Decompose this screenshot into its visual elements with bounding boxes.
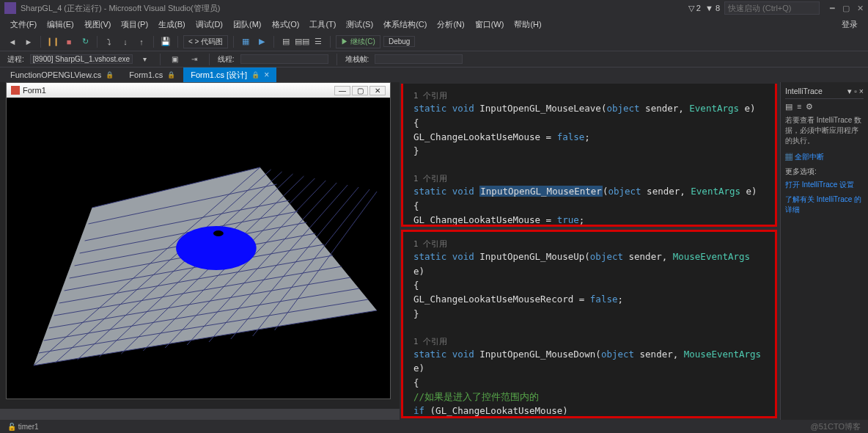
flag-badge[interactable]: ▼ 8 [705, 4, 720, 12]
menu-help[interactable]: 帮助(H) [510, 18, 545, 32]
main-toolbar: ◄ ► ❙❙ ■ ↻ ⤵ ↓ ↑ 💾 < > 代码图 ▦ ▶ ▤ ▤▤ ☰ ▶ … [0, 32, 868, 51]
menu-file[interactable]: 文件(F) [6, 18, 41, 32]
form-icon [11, 86, 20, 95]
opengl-canvas[interactable] [7, 98, 390, 399]
form-title: Form1 [23, 86, 46, 95]
suspend-icon[interactable]: ▣ [169, 53, 182, 66]
menu-tools[interactable]: 工具(T) [305, 18, 340, 32]
menu-edit[interactable]: 编辑(E) [43, 18, 78, 32]
code-snippet-top: 1 个引用 static void InputOpenGL_MouseLeave… [401, 84, 777, 227]
break-all-link[interactable]: ▦ 全部中断 [785, 152, 864, 162]
doc-tab[interactable]: Form1.cs🔒 [122, 68, 183, 82]
thread-label: 线程: [218, 54, 235, 65]
intellitrace-panel: IntelliTrace ▾ ▫ × ▤ ≡ ⚙ 若要查看 IntelliTra… [780, 82, 868, 420]
tb-icon-1[interactable]: ▤ [785, 102, 792, 111]
scrollbar-horizontal[interactable] [0, 409, 400, 420]
nav-fwd-icon[interactable]: ► [22, 35, 35, 48]
thread-input[interactable] [240, 54, 328, 64]
status-item[interactable]: timer1 [18, 423, 39, 431]
step-into-icon[interactable]: ↓ [119, 35, 132, 48]
more-options-label: 更多选项: [785, 167, 864, 177]
form-close-icon[interactable]: ✕ [369, 86, 386, 95]
doc-tab-active[interactable]: Form1.cs [设计]🔒× [183, 68, 277, 82]
panel-message: 若要查看 IntelliTrace 数据，必须中断应用程序的执行。 [785, 115, 864, 146]
menu-debug[interactable]: 调试(D) [191, 18, 227, 32]
menu-arch[interactable]: 体系结构(C) [379, 18, 431, 32]
ruler-icon[interactable]: ☰ [312, 35, 325, 48]
pin-icon[interactable]: 🔒 [167, 71, 175, 79]
restart-icon[interactable]: ↻ [78, 35, 92, 48]
vs-logo-icon [4, 2, 16, 14]
stackframe-input[interactable] [375, 54, 463, 64]
open-settings-link[interactable]: 打开 IntelliTrace 设置 [785, 180, 864, 190]
new-item-icon[interactable]: ▤ [279, 35, 293, 48]
window-titlebar: SharpGL_4 (正在运行) - Microsoft Visual Stud… [0, 0, 868, 16]
menu-window[interactable]: 窗口(W) [471, 18, 509, 32]
step-over-icon[interactable]: ⤵ [103, 35, 116, 48]
doc-tabstrip: FunctionOPENGLView.cs🔒 Form1.cs🔒 Form1.c… [0, 68, 868, 82]
menu-analyze[interactable]: 分析(N) [433, 18, 468, 32]
menu-team[interactable]: 团队(M) [229, 18, 266, 32]
close-icon[interactable]: ✕ [857, 4, 864, 13]
menu-view[interactable]: 视图(V) [80, 18, 116, 32]
debug-location-bar: 进程: ▾ ▣ ⇥ 线程: 堆栈帧: [0, 51, 868, 68]
window-title: SharpGL_4 (正在运行) - Microsoft Visual Stud… [21, 3, 688, 14]
stop-icon[interactable]: ■ [62, 35, 76, 48]
process-input[interactable] [30, 54, 133, 64]
process-label: 进程: [7, 54, 24, 65]
status-bar: 🔓 timer1 [0, 420, 868, 433]
play-icon[interactable]: ▶ [255, 35, 268, 48]
menu-build[interactable]: 生成(B) [154, 18, 190, 32]
panel-title: IntelliTrace [785, 87, 823, 95]
form-preview-window[interactable]: Form1 — ▢ ✕ [6, 82, 391, 399]
form-max-icon[interactable]: ▢ [352, 86, 368, 95]
save-icon[interactable]: 💾 [159, 35, 172, 48]
continue-button[interactable]: ▶ 继续(C) [336, 35, 380, 48]
form-min-icon[interactable]: — [334, 86, 350, 95]
nav-back-icon[interactable]: ◄ [6, 35, 19, 48]
stackframe-label: 堆栈帧: [345, 54, 369, 65]
code-snippet-bottom: 1 个引用 static void InputOpenGL_MouseUp(ob… [401, 230, 777, 418]
minimize-icon[interactable]: ━ [830, 4, 835, 13]
pause-icon[interactable]: ❙❙ [46, 35, 59, 48]
gear-icon[interactable]: ⚙ [806, 102, 813, 111]
doc-tab[interactable]: FunctionOPENGLView.cs🔒 [3, 68, 122, 82]
notif-badge[interactable]: ▽ 2 [688, 4, 701, 13]
pin-icon[interactable]: 🔒 [106, 71, 114, 79]
resume-icon[interactable]: ⇥ [188, 53, 201, 66]
learn-more-link[interactable]: 了解有关 IntelliTrace 的详细 [785, 194, 864, 215]
close-tab-icon[interactable]: × [264, 70, 269, 80]
main-menu: 文件(F) 编辑(E) 视图(V) 项目(P) 生成(B) 调试(D) 团队(M… [0, 16, 868, 32]
step-out-icon[interactable]: ↑ [135, 35, 148, 48]
save-all-icon[interactable]: ▤▤ [295, 35, 309, 48]
svg-point-29 [213, 230, 224, 236]
config-dropdown[interactable]: Debug [383, 36, 415, 47]
menu-project[interactable]: 项目(P) [117, 18, 152, 32]
svg-rect-0 [11, 86, 20, 95]
pin-icon[interactable]: 🔒 [251, 71, 260, 79]
quick-launch-input[interactable] [724, 1, 820, 15]
break-all-icon[interactable]: ▦ [239, 35, 252, 48]
menu-format[interactable]: 格式(O) [268, 18, 304, 32]
watermark: @51CTO博客 [811, 421, 861, 432]
chevron-down-icon[interactable]: ▾ [139, 53, 152, 66]
code-view-chip[interactable]: < > 代码图 [183, 35, 228, 48]
designer-panel: Form1 — ▢ ✕ [0, 82, 400, 420]
tb-icon-2[interactable]: ≡ [797, 102, 801, 111]
maximize-icon[interactable]: ▢ [842, 4, 850, 13]
menu-test[interactable]: 测试(S) [342, 18, 378, 32]
lock-icon: 🔓 [7, 423, 16, 431]
login-link[interactable]: 登录 [837, 18, 862, 32]
panel-dropdown-icon[interactable]: ▾ ▫ × [847, 87, 864, 95]
